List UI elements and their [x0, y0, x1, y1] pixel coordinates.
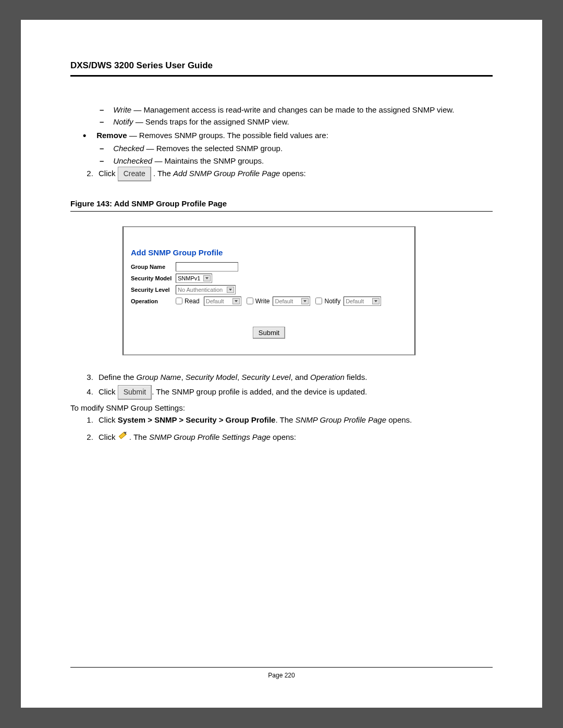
page-header: DXS/DWS 3200 Series User Guide — [70, 60, 493, 77]
field-group-name: Group Name — [131, 262, 407, 272]
step-4: Click Submit. The SNMP group profile is … — [95, 385, 493, 400]
bullet-write: Write — Management access is read-write … — [70, 104, 493, 116]
write-view-select[interactable]: Default — [273, 297, 310, 306]
steps-list-a: Click Create . The Add SNMP Group Profil… — [70, 167, 493, 181]
notify-checkbox[interactable] — [315, 298, 322, 304]
page-footer: Page 220 — [70, 667, 493, 679]
create-button[interactable]: Create — [118, 167, 151, 181]
field-security-level: Security Level No Authentication — [131, 285, 407, 294]
submit-button[interactable]: Submit — [253, 327, 285, 339]
mod-step-1: Click System > SNMP > Security > Group P… — [95, 414, 493, 426]
field-operation: Operation Read Default Write Default Not… — [131, 297, 407, 306]
steps-list-b: Define the Group Name, Security Model, S… — [70, 371, 493, 400]
read-checkbox[interactable] — [176, 298, 182, 304]
notify-view-select[interactable]: Default — [344, 297, 381, 306]
bullet-remove: Remove — Removes SNMP groups. The possib… — [70, 128, 493, 143]
field-security-model: Security Model SNMPv1 — [131, 274, 407, 283]
bullet-unchecked: Unchecked — Maintains the SNMP groups. — [70, 155, 493, 167]
document-page: DXS/DWS 3200 Series User Guide Write — M… — [21, 20, 542, 708]
submit-button-inline[interactable]: Submit — [118, 385, 152, 400]
pencil-icon[interactable] — [116, 429, 128, 441]
read-view-select[interactable]: Default — [204, 297, 241, 306]
page-number: Page 220 — [268, 672, 295, 679]
security-model-select[interactable]: SNMPv1 — [176, 274, 212, 283]
steps-list-c: Click System > SNMP > Security > Group P… — [70, 414, 493, 443]
bullet-checked: Checked — Removes the selected SNMP grou… — [70, 142, 493, 154]
security-level-select[interactable]: No Authentication — [176, 285, 236, 294]
bullet-notify: Notify — Sends traps for the assigned SN… — [70, 116, 493, 128]
group-name-input[interactable] — [176, 262, 238, 272]
figure-caption: Figure 143: Add SNMP Group Profile Page — [70, 199, 493, 212]
dialog-title: Add SNMP Group Profile — [131, 248, 407, 257]
step-2: Click Create . The Add SNMP Group Profil… — [95, 167, 493, 181]
modify-intro: To modify SNMP Group Settings: — [70, 402, 493, 414]
mod-step-2: Click . The SNMP Group Profile Settings … — [95, 431, 493, 443]
bullet-list: Write — Management access is read-write … — [70, 104, 493, 167]
step-3: Define the Group Name, Security Model, S… — [95, 371, 493, 383]
header-title: DXS/DWS 3200 Series User Guide — [70, 60, 213, 70]
write-checkbox[interactable] — [247, 298, 253, 304]
dialog-add-snmp-group-profile: Add SNMP Group Profile Group Name Securi… — [123, 226, 415, 355]
